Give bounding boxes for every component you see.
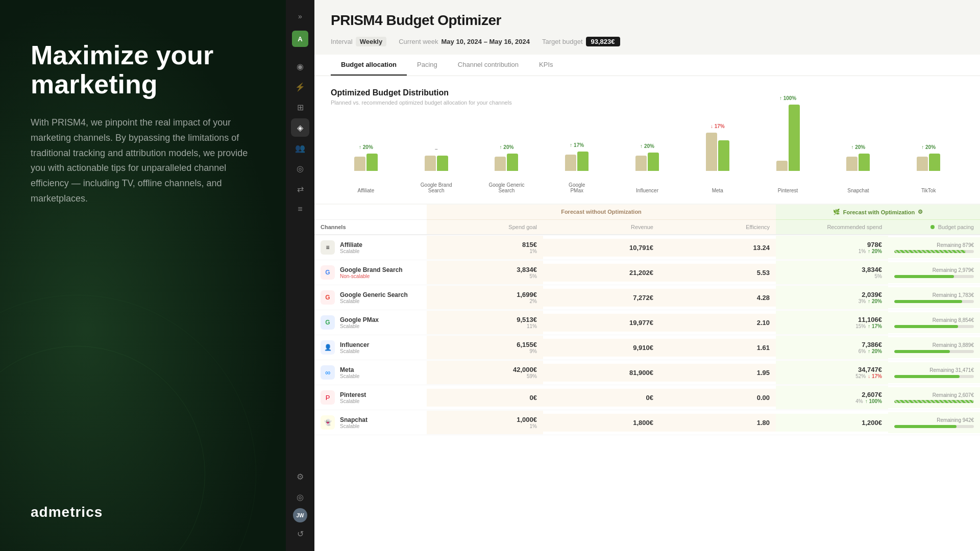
- tab-channel-contribution[interactable]: Channel contribution: [448, 55, 529, 76]
- bar-optimized: [648, 153, 659, 171]
- channel-scalable: Scalable: [340, 248, 362, 254]
- revenue-cell: 21,202€: [543, 264, 659, 282]
- brand-logo: admetrics: [31, 504, 103, 520]
- sidebar-workspace-avatar[interactable]: A: [292, 31, 308, 47]
- pacing-cell: Remaining 8,854€: [888, 312, 980, 333]
- pacing-bar-fill: [894, 300, 962, 303]
- bar-channel-name: Snapchat: [847, 188, 869, 193]
- sidebar-settings-button[interactable]: ⚙: [291, 467, 309, 486]
- bar-planned: [846, 157, 857, 171]
- pacing-bar-bg: [894, 375, 974, 378]
- sidebar-icon-budget[interactable]: ◈: [291, 118, 309, 137]
- current-week-meta: Current week May 10, 2024 – May 16, 2024: [399, 38, 530, 45]
- pacing-cell: Remaining 2,607€: [888, 387, 980, 408]
- sidebar-collapse-button[interactable]: »: [292, 8, 308, 24]
- efficiency-cell: 5.53: [659, 264, 776, 282]
- settings-icon-small[interactable]: ⚙: [918, 209, 923, 215]
- channel-cell: G Google PMax Scalable: [314, 310, 427, 335]
- table-row: 👤 Influencer Scalable 6,155€9%9,910€1.61…: [314, 335, 980, 360]
- channel-scalable: Scalable: [340, 398, 366, 404]
- revenue-cell: 9,910€: [543, 339, 659, 357]
- sidebar-help-button[interactable]: ◎: [291, 488, 309, 506]
- channel-info: Influencer Scalable: [340, 341, 369, 354]
- channel-icon: P: [321, 390, 335, 405]
- pacing-bar-fill: [894, 400, 974, 403]
- sidebar-icon-audience[interactable]: 👥: [291, 139, 309, 157]
- bar-channel-name: Google GenericSearch: [488, 182, 524, 193]
- sidebar-icon-attribution[interactable]: ⇄: [291, 180, 309, 198]
- channel-name: Snapchat: [340, 416, 368, 423]
- recommended-spend-cell: 2,607€ 4% ↑ 100%: [776, 386, 888, 409]
- spend-goal-cell: 1,699€2%: [427, 286, 543, 309]
- spend-goal-cell: 42,000€59%: [427, 361, 543, 384]
- spend-goal-cell: 815€1%: [427, 236, 543, 259]
- sidebar-icon-reports[interactable]: ≡: [291, 200, 309, 218]
- pacing-bar-bg: [894, 350, 974, 353]
- channel-scalable: Scalable: [340, 348, 369, 354]
- bar-change-label: ↑ 20%: [500, 144, 514, 150]
- bar-channel-name: Influencer: [636, 188, 658, 193]
- recommended-spend-cell: 7,386€ 6% ↑ 20%: [776, 336, 888, 359]
- bar-planned: [565, 155, 576, 171]
- bar-planned: [354, 157, 365, 171]
- bar-group-snapchat: ↑ 20%Snapchat: [823, 154, 893, 171]
- channel-cell: 👻 Snapchat Scalable: [314, 410, 427, 435]
- channel-info: Pinterest Scalable: [340, 391, 366, 404]
- pacing-bar-fill: [894, 250, 966, 253]
- bar-change-label: –: [435, 146, 438, 152]
- header-meta: Interval Weekly Current week May 10, 202…: [331, 37, 964, 46]
- table-row: P Pinterest Scalable 0€0€0.00 2,607€ 4% …: [314, 385, 980, 410]
- channel-cell: G Google Generic Search Scalable: [314, 285, 427, 310]
- channel-name: Google PMax: [340, 316, 379, 323]
- sidebar-icon-analytics[interactable]: ⚡: [291, 78, 309, 96]
- pacing-cell: Remaining 1,783€: [888, 287, 980, 308]
- revenue-cell: 0€: [543, 389, 659, 407]
- pacing-cell: Remaining 31,471€: [888, 362, 980, 383]
- channel-info: Snapchat Scalable: [340, 416, 368, 429]
- sidebar-bottom: ⚙ ◎ JW ↺: [291, 467, 309, 543]
- tab-pacing[interactable]: Pacing: [407, 55, 448, 76]
- table-row: G Google Generic Search Scalable 1,699€2…: [314, 285, 980, 310]
- sidebar-icon-dashboard[interactable]: ◉: [291, 57, 309, 76]
- bar-change-label: ↑ 17%: [570, 142, 584, 148]
- bar-change-label: ↑ 100%: [779, 95, 796, 101]
- recommended-spend-cell: 2,039€ 3% ↑ 20%: [776, 286, 888, 309]
- bar-group-google-generic-search: ↑ 20%Google GenericSearch: [472, 154, 542, 171]
- sidebar-icon-tracking[interactable]: ◎: [291, 159, 309, 178]
- pacing-cell: Remaining 3,889€: [888, 337, 980, 358]
- channel-info: Affiliate Scalable: [340, 241, 362, 254]
- sidebar-refresh-button[interactable]: ↺: [291, 524, 309, 543]
- bar-group-google-brand-search: –Google BrandSearch: [401, 156, 472, 171]
- bar-pair: [354, 154, 378, 171]
- efficiency-cell: 4.28: [659, 289, 776, 307]
- pacing-bar-fill: [894, 425, 957, 428]
- recommended-spend-cell: 11,106€ 15% ↑ 17%: [776, 311, 888, 334]
- bar-planned: [917, 157, 928, 171]
- recommended-spend-cell: 978€ 1% ↑ 20%: [776, 236, 888, 259]
- leaf-icon: 🌿: [833, 209, 840, 215]
- pacing-bar-bg: [894, 425, 974, 428]
- bar-channel-name: Meta: [712, 188, 723, 193]
- pacing-cell: Remaining 2,979€: [888, 262, 980, 283]
- bar-planned: [706, 133, 717, 171]
- tab-kpis[interactable]: KPIs: [529, 55, 563, 76]
- sidebar-icon-campaigns[interactable]: ⊞: [291, 98, 309, 116]
- bar-pair: [917, 154, 940, 171]
- channel-info: Meta Scalable: [340, 366, 359, 379]
- bar-channel-name: Pinterest: [778, 188, 798, 193]
- interval-value[interactable]: Weekly: [356, 37, 387, 46]
- bar-optimized: [366, 154, 378, 171]
- target-budget-value: 93,823€: [586, 37, 620, 46]
- channel-name: Meta: [340, 366, 359, 373]
- bar-change-label: ↑ 20%: [851, 144, 865, 150]
- channel-name: Google Generic Search: [340, 291, 408, 298]
- sidebar: » A ◉ ⚡ ⊞ ◈ 👥 ◎ ⇄ ≡ ⚙ ◎ JW ↺: [286, 0, 314, 551]
- bar-pair: [706, 133, 729, 171]
- pacing-bar-bg: [894, 400, 974, 403]
- app-header: PRISM4 Budget Optimizer Interval Weekly …: [314, 0, 980, 55]
- channel-cell: P Pinterest Scalable: [314, 385, 427, 410]
- channel-scalable: Non-scalable: [340, 273, 403, 279]
- sidebar-user-avatar[interactable]: JW: [293, 508, 307, 522]
- tab-budget-allocation[interactable]: Budget allocation: [331, 55, 407, 76]
- bar-optimized: [718, 140, 729, 171]
